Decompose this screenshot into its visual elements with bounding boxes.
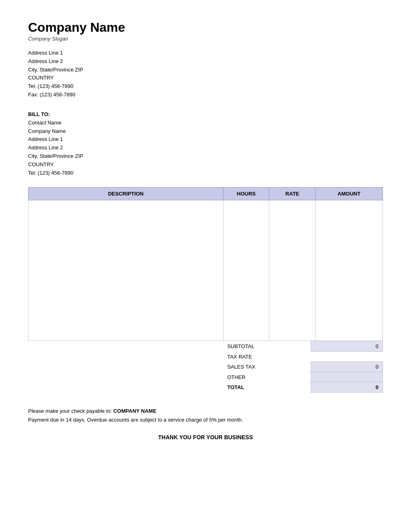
company-city-state-zip: City, State/Province ZIP (28, 66, 383, 74)
totals-table: SUBTOTAL 0 TAX RATE SALES TAX 0 OTHER TO… (223, 341, 383, 393)
subtotal-label: SUBTOTAL (223, 341, 311, 352)
bill-to-country: COUNTRY (28, 161, 383, 169)
bill-to-section: BILL TO: Contact Name Company Name Addre… (28, 111, 383, 177)
table-header-row: DESCRIPTION HOURS RATE AMOUNT (28, 188, 383, 200)
invoice-table: DESCRIPTION HOURS RATE AMOUNT (28, 187, 383, 341)
header-hours: HOURS (223, 188, 269, 200)
subtotal-value: 0 (311, 341, 383, 352)
company-address-line2: Address Line 2 (28, 57, 383, 66)
row-description (28, 200, 224, 341)
company-address: Address Line 1 Address Line 2 City, Stat… (28, 49, 383, 99)
row-amount (315, 200, 383, 341)
payment-note: Please make your check payable to: COMPA… (28, 407, 383, 424)
company-slogan: Company Slogan (28, 36, 383, 42)
header-rate: RATE (269, 188, 315, 200)
header-amount: AMOUNT (315, 188, 383, 200)
bill-to-info: Contact Name Company Name Address Line 1… (28, 119, 383, 177)
bill-to-city-state-zip: City, State/Province ZIP (28, 152, 383, 161)
bill-to-address-line2: Address Line 2 (28, 144, 383, 152)
bill-to-contact-name: Contact Name (28, 119, 383, 127)
totals-section: SUBTOTAL 0 TAX RATE SALES TAX 0 OTHER TO… (28, 341, 383, 393)
other-row: OTHER (223, 372, 383, 382)
row-hours (223, 200, 269, 341)
row-rate (269, 200, 315, 341)
header-description: DESCRIPTION (28, 188, 224, 200)
company-tel: Tel: (123) 456-7890 (28, 82, 383, 91)
table-row (28, 200, 383, 341)
bill-to-company-name: Company Name (28, 127, 383, 136)
other-value (311, 372, 383, 382)
sales-tax-label: SALES TAX (223, 362, 311, 372)
bill-to-address-line1: Address Line 1 (28, 135, 383, 144)
company-name: Company Name (28, 20, 383, 35)
company-address-line1: Address Line 1 (28, 49, 383, 57)
payment-terms: Payment due in 14 days. Overdue accounts… (28, 417, 243, 423)
thank-you: THANK YOU FOR YOUR BUSINESS (28, 433, 383, 442)
company-country: COUNTRY (28, 74, 383, 82)
total-row: TOTAL 0 (223, 382, 383, 393)
total-label: TOTAL (223, 382, 311, 393)
subtotal-row: SUBTOTAL 0 (223, 341, 383, 352)
other-label: OTHER (223, 372, 311, 382)
payment-note-prefix: Please make your check payable to: (28, 408, 113, 414)
bill-to-label: BILL TO: (28, 111, 383, 117)
tax-rate-value (311, 352, 383, 362)
bill-to-tel: Tel: (123) 456-7890 (28, 169, 383, 177)
total-value: 0 (311, 382, 383, 393)
tax-rate-label: TAX RATE (223, 352, 311, 362)
sales-tax-row: SALES TAX 0 (223, 362, 383, 372)
tax-rate-row: TAX RATE (223, 352, 383, 362)
footer-section: Please make your check payable to: COMPA… (28, 407, 383, 442)
payment-company: COMPANY NAME (113, 408, 156, 414)
company-fax: Fax: (123) 456-7890 (28, 91, 383, 99)
sales-tax-value: 0 (311, 362, 383, 372)
